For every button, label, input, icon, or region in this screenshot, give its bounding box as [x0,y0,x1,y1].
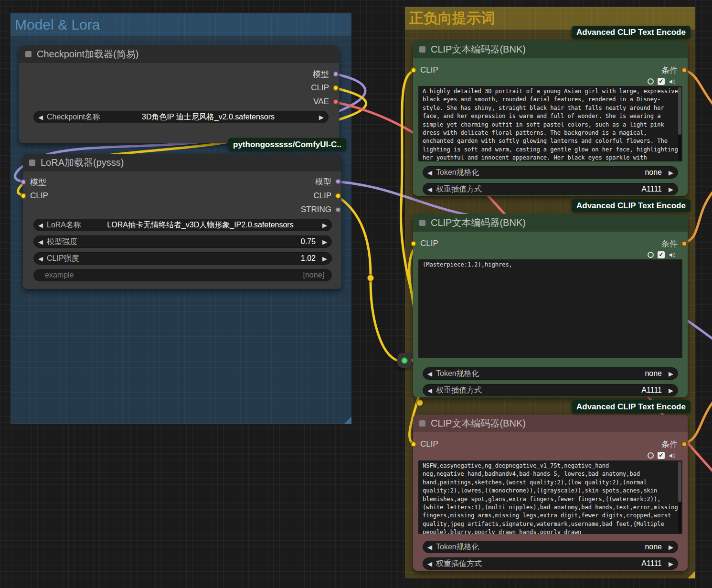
widget-weight-interpretation[interactable]: ◀ 权重插值方式 A1111 ▶ [423,557,678,570]
slot-label: VAE [313,97,329,107]
output-slot-clip[interactable]: CLIP [311,82,339,94]
conditioning-output-dot[interactable] [681,441,687,447]
widget-weight-interpretation[interactable]: ◀ 权重插值方式 A1111 ▶ [423,384,678,396]
next-arrow-icon[interactable]: ▶ [666,169,673,176]
widget-token-normalization[interactable]: ◀ Token规格化 none ▶ [423,166,678,179]
speaker-icon[interactable] [669,78,676,86]
clip-output-dot[interactable] [335,193,341,199]
prev-arrow-icon[interactable]: ◀ [38,114,46,121]
collapse-icon[interactable] [419,220,425,226]
collapse-icon[interactable] [419,46,425,53]
output-slot-cond[interactable]: 条件 [661,237,687,250]
input-slot-clip[interactable]: CLIP [411,237,438,250]
widget-label: 权重插值方式 [436,184,482,194]
collapse-icon[interactable] [419,420,425,427]
next-arrow-icon[interactable]: ▶ [319,222,327,229]
textarea-scrollbar[interactable] [678,461,681,533]
radio-icon[interactable] [648,252,654,258]
next-arrow-icon[interactable]: ▶ [319,255,327,262]
vae-output-dot[interactable] [333,99,339,105]
clip-input-dot[interactable] [21,193,26,199]
node-body: CLIP 条件 ✓ NSFW,easynegative,ng_deepnegat… [413,432,688,571]
clip-input-dot[interactable] [411,441,416,447]
prev-arrow-icon[interactable]: ◀ [427,544,435,551]
widget-example[interactable]: example [none] [33,269,332,281]
speaker-icon[interactable] [669,251,676,259]
node-clip-encode-negative[interactable]: CLIP文本编码器(BNK) CLIP 条件 ✓ NSFW,easynegati… [413,415,688,571]
prompt-textarea[interactable]: (Masterpiece:1.2),highres, [418,259,682,358]
prev-arrow-icon[interactable]: ◀ [427,560,435,567]
conditioning-output-dot[interactable] [681,67,687,73]
collapse-icon[interactable] [25,51,32,57]
prev-arrow-icon[interactable]: ◀ [427,169,435,176]
output-slot-cond[interactable]: 条件 [661,64,687,76]
input-slot-clip[interactable]: CLIP [21,190,48,202]
next-arrow-icon[interactable]: ▶ [666,560,673,567]
clip-output-dot[interactable] [333,85,339,91]
checked-checkbox-icon[interactable]: ✓ [658,452,665,459]
prev-arrow-icon[interactable]: ◀ [427,186,435,193]
input-slot-model[interactable]: 模型 [21,176,46,188]
widget-clip-strength[interactable]: ◀ CLIP强度 1.02 ▶ [33,252,332,265]
prev-arrow-icon[interactable]: ◀ [38,255,46,262]
widget-checkpoint-name[interactable]: ◀ Checkpoint名称 3D角色IP 迪士尼风格_v2.0.safeten… [33,111,329,123]
widget-lora-name[interactable]: ◀ LoRA名称 LORA抽卡无情终结者_v3D人物形象_IP2.0.safet… [33,219,332,231]
group-resize-handle[interactable] [344,417,351,424]
model-input-dot[interactable] [21,179,26,185]
group-resize-handle[interactable] [688,571,695,578]
negative-prompt-textarea[interactable]: NSFW,easynegative,ng_deepnegative_v1_75t… [418,460,682,534]
output-slot-cond[interactable]: 条件 [661,438,687,450]
output-slot-string[interactable]: STRING [301,203,341,216]
model-output-dot[interactable] [335,179,341,184]
prev-arrow-icon[interactable]: ◀ [427,370,435,377]
checked-checkbox-icon[interactable]: ✓ [658,78,665,85]
next-arrow-icon[interactable]: ▶ [666,370,673,377]
node-body: 模型 CLIP 模型 CLIP STRING ◀ LoRA名称 LORA抽卡 [23,171,341,289]
prompt-textarea[interactable]: A highly detailed 3D portrait of a young… [418,86,682,161]
widget-weight-interpretation[interactable]: ◀ 权重插值方式 A1111 ▶ [423,183,678,195]
node-title-bar[interactable]: CLIP文本编码器(BNK) [413,41,688,58]
widget-token-normalization[interactable]: ◀ Token规格化 none ▶ [423,541,678,553]
next-arrow-icon[interactable]: ▶ [316,114,324,121]
next-arrow-icon[interactable]: ▶ [666,186,673,193]
node-title-bar[interactable]: CLIP文本编码器(BNK) [413,415,688,432]
speaker-icon[interactable] [669,452,676,460]
node-title-bar[interactable]: LoRA加载器(pysss) [23,154,341,171]
node-reroute[interactable] [397,353,412,368]
radio-icon[interactable] [648,78,654,85]
conditioning-output-dot[interactable] [681,241,687,246]
node-clip-encode-pos1[interactable]: CLIP文本编码器(BNK) CLIP 条件 ✓ A highly detail… [413,41,688,196]
prev-arrow-icon[interactable]: ◀ [38,238,46,246]
group-model-lora-header[interactable]: Model & Lora [11,13,351,36]
string-output-dot[interactable] [335,207,341,213]
node-title-bar[interactable]: CLIP文本编码器(BNK) [413,214,688,232]
node-checkpoint-loader[interactable]: Checkpoint加载器(简易) 模型 CLIP VAE ◀ Checkpoi… [19,45,339,143]
output-slot-model[interactable]: 模型 [315,175,341,188]
textarea-scrollbar[interactable] [678,87,681,160]
output-slot-clip[interactable]: CLIP [313,190,341,202]
node-title-bar[interactable]: Checkpoint加载器(简易) [19,45,339,63]
output-slot-model[interactable]: 模型 [313,68,339,80]
prev-arrow-icon[interactable]: ◀ [427,387,435,394]
clip-input-dot[interactable] [411,241,416,246]
widget-label: Token规格化 [436,369,479,379]
widget-model-strength[interactable]: ◀ 模型强度 0.75 ▶ [33,235,332,248]
output-slot-vae[interactable]: VAE [313,96,339,108]
reroute-dot[interactable] [401,357,408,364]
clip-input-dot[interactable] [411,67,416,73]
next-arrow-icon[interactable]: ▶ [319,238,327,246]
node-lora-loader[interactable]: LoRA加载器(pysss) 模型 CLIP 模型 CLIP STRING [23,154,341,289]
widget-token-normalization[interactable]: ◀ Token规格化 none ▶ [423,367,678,380]
collapse-icon[interactable] [29,160,35,166]
input-slot-clip[interactable]: CLIP [411,64,438,76]
next-arrow-icon[interactable]: ▶ [666,387,673,394]
slot-label: CLIP [313,191,331,201]
input-slot-clip[interactable]: CLIP [411,438,438,450]
radio-icon[interactable] [648,452,654,459]
prev-arrow-icon[interactable]: ◀ [38,222,46,229]
next-arrow-icon[interactable]: ▶ [666,544,673,551]
node-graph-canvas[interactable]: Model & Lora 正负向提示词 Checkpoint加载器(简易) [0,0,712,588]
node-clip-encode-pos2[interactable]: CLIP文本编码器(BNK) CLIP 条件 ✓ (Masterpiece:1.… [413,214,688,397]
checked-checkbox-icon[interactable]: ✓ [658,251,665,258]
model-output-dot[interactable] [333,71,339,77]
